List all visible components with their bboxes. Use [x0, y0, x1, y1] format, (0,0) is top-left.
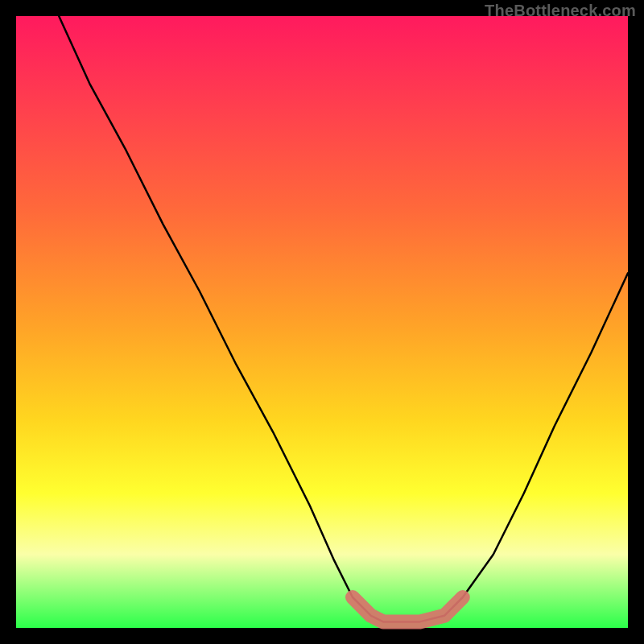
chart-stage: TheBottleneck.com: [0, 0, 644, 644]
series-highlight: [353, 597, 463, 621]
series-curve: [59, 16, 628, 621]
chart-svg: [16, 16, 628, 628]
plot-area: [16, 16, 628, 628]
